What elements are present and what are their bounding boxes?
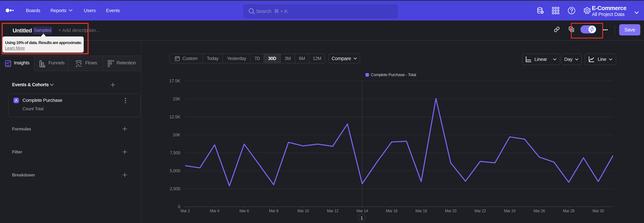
svg-text:Mar 26: Mar 26 <box>534 209 545 213</box>
svg-text:Mar 6: Mar 6 <box>240 209 249 213</box>
svg-text:1: 1 <box>360 215 363 220</box>
svg-text:Mar 24: Mar 24 <box>504 209 516 213</box>
svg-text:2,500: 2,500 <box>170 186 180 191</box>
svg-text:12.5K: 12.5K <box>170 114 180 119</box>
svg-text:0: 0 <box>178 204 180 209</box>
svg-text:Mar 2: Mar 2 <box>180 209 190 213</box>
svg-text:Mar 14: Mar 14 <box>356 209 368 213</box>
svg-text:5,000: 5,000 <box>170 168 180 173</box>
svg-text:Mar 8: Mar 8 <box>269 209 278 213</box>
svg-text:17.5K: 17.5K <box>170 78 180 83</box>
svg-text:Mar 22: Mar 22 <box>474 209 486 213</box>
svg-text:7,500: 7,500 <box>170 150 180 155</box>
svg-text:Mar 30: Mar 30 <box>592 209 604 213</box>
svg-text:Mar 10: Mar 10 <box>297 209 309 213</box>
svg-text:Mar 18: Mar 18 <box>416 209 427 213</box>
svg-text:Complete Purchase - Total: Complete Purchase - Total <box>371 72 416 77</box>
svg-text:Mar 28: Mar 28 <box>563 209 574 213</box>
svg-text:Mar 4: Mar 4 <box>210 209 220 213</box>
svg-text:15K: 15K <box>173 96 180 101</box>
svg-text:10K: 10K <box>173 132 180 137</box>
svg-text:Mar 12: Mar 12 <box>327 209 338 213</box>
svg-text:Mar 16: Mar 16 <box>386 209 398 213</box>
svg-text:Mar 20: Mar 20 <box>445 209 456 213</box>
